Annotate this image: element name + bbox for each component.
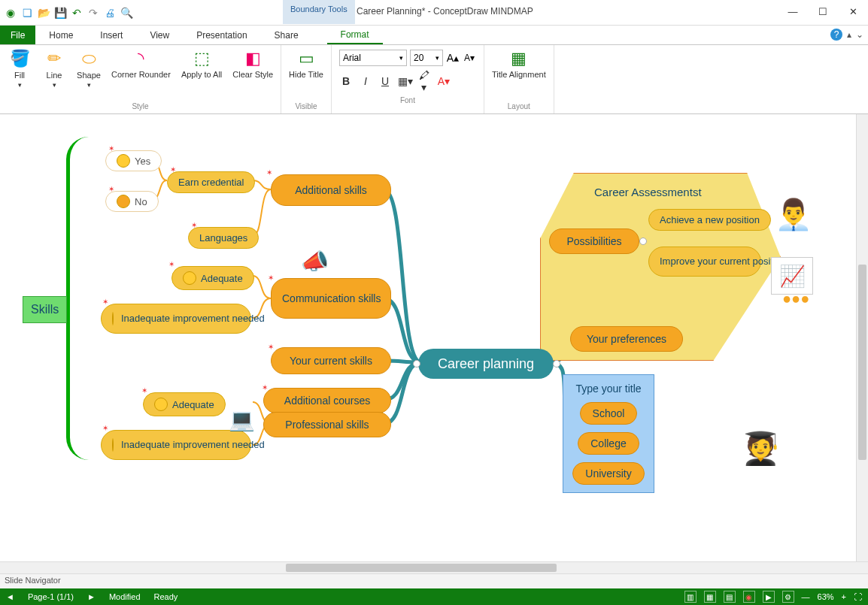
open-icon[interactable]: 📂 (38, 7, 50, 19)
slide-navigator[interactable]: Slide Navigator (0, 573, 868, 588)
status-modified: Modified (109, 592, 141, 601)
sad-face-icon (112, 312, 114, 325)
preview-icon[interactable]: 🔍 (120, 7, 132, 19)
help-icon[interactable]: ? (830, 29, 842, 41)
new-icon[interactable]: ❏ (21, 7, 33, 19)
node-possibilities[interactable]: Possibilities (549, 228, 639, 254)
scrollbar-thumb[interactable] (286, 564, 557, 572)
node-university[interactable]: University (572, 462, 644, 485)
shape-button[interactable]: ⬭Shape▾ (74, 47, 104, 90)
node-additional-skills[interactable]: Additional skills (271, 174, 391, 206)
fill-button[interactable]: 🪣Fill▾ (5, 47, 35, 90)
corner-icon: ◝ (130, 48, 151, 69)
node-professional-skills[interactable]: Professional skills (263, 412, 391, 437)
node-adequate-1[interactable]: Adequate (171, 266, 254, 290)
node-college[interactable]: College (578, 432, 639, 455)
prev-page-icon[interactable]: ◄ (6, 592, 14, 601)
canvas-area: Career Assessmentst Career planning Skil… (0, 114, 868, 561)
node-improve[interactable]: Improve your current position (648, 247, 761, 277)
node-your-current-skills[interactable]: Your current skills (271, 347, 391, 374)
hide-title-icon: ▭ (296, 48, 317, 69)
node-achieve[interactable]: Achieve a new position (648, 209, 771, 231)
view-mode-2-icon[interactable]: ▦ (704, 591, 716, 603)
highlight-button[interactable]: 🖍▾ (417, 69, 431, 93)
tab-file[interactable]: File (0, 26, 35, 44)
education-boundary[interactable]: Type your title School College Universit… (563, 374, 654, 493)
node-communication-skills[interactable]: Communication skills (271, 278, 391, 319)
clear-style-button[interactable]: ◧Clear Style (229, 47, 276, 80)
font-color-button[interactable]: A▾ (437, 75, 451, 87)
shrink-font-icon[interactable]: A▾ (463, 53, 476, 63)
redo-icon[interactable]: ↷ (87, 7, 99, 19)
tab-home[interactable]: Home (35, 26, 86, 44)
title-alignment-button[interactable]: ▦Title Alignment (489, 47, 549, 80)
tab-insert[interactable]: Insert (86, 26, 136, 44)
node-no[interactable]: No (105, 191, 159, 212)
grow-font-icon[interactable]: A▴ (446, 52, 460, 64)
underline-button[interactable]: U (378, 75, 392, 87)
apply-all-button[interactable]: ⬚Apply to All (178, 47, 225, 80)
tab-share[interactable]: Share (261, 26, 312, 44)
alignment-icon: ▦ (508, 48, 530, 69)
bold-button[interactable]: B (339, 75, 353, 87)
growth-chart-clipart: 📈 (771, 257, 813, 295)
clear-icon: ◧ (242, 48, 263, 69)
note-marker: ✶ (191, 221, 197, 229)
tab-view[interactable]: View (136, 26, 183, 44)
hide-title-button[interactable]: ▭Hide Title (286, 47, 326, 80)
tab-format[interactable]: Format (327, 26, 383, 44)
root-connector-right[interactable] (553, 360, 560, 368)
play-icon[interactable]: ▶ (763, 591, 775, 603)
minimize-button[interactable]: — (778, 0, 808, 23)
node-inadequate-1[interactable]: Inadequate improvement needed (101, 304, 251, 334)
ribbon-collapse-icon[interactable]: ▴ (847, 29, 851, 40)
megaphone-icon: 📣 (301, 248, 329, 274)
text-border-button[interactable]: ▦▾ (398, 75, 411, 87)
context-tab-boundary[interactable]: Boundary Tools (283, 0, 355, 24)
node-preferences[interactable]: Your preferences (570, 326, 683, 352)
view-mode-3-icon[interactable]: ▤ (724, 591, 736, 603)
corner-rounder-button[interactable]: ◝Corner Rounder (108, 47, 174, 80)
node-languages[interactable]: Languages (188, 227, 259, 249)
skills-group-box[interactable]: Skills (23, 296, 67, 323)
education-title: Type your title (575, 383, 641, 395)
eye-icon[interactable]: ◉ (743, 591, 755, 603)
ribbon-options-icon[interactable]: ⌄ (856, 29, 863, 40)
line-button[interactable]: ✏Line▾ (39, 47, 69, 90)
window-title: Career Planning* - ConceptDraw MINDMAP (357, 6, 533, 17)
node-adequate-2[interactable]: Adequate (143, 392, 226, 416)
save-icon[interactable]: 💾 (54, 7, 66, 19)
close-button[interactable]: ✕ (838, 0, 868, 23)
node-yes[interactable]: Yes (105, 150, 162, 171)
node-additional-courses[interactable]: Additional courses (263, 388, 391, 413)
node-earn-credential[interactable]: Earn credential (167, 171, 255, 193)
vertical-scrollbar[interactable] (856, 114, 868, 561)
note-marker: ✶ (102, 298, 108, 306)
root-connector-left[interactable] (413, 360, 420, 368)
undo-icon[interactable]: ↶ (71, 7, 83, 19)
shape-icon: ⬭ (78, 48, 99, 69)
gear-icon[interactable]: ⚙ (782, 591, 794, 603)
node-inadequate-2[interactable]: Inadequate improvement needed (101, 430, 251, 460)
font-name-combo[interactable]: Arial▾ (339, 50, 407, 66)
print-icon[interactable]: 🖨 (104, 7, 116, 19)
note-marker: ✶ (266, 168, 272, 177)
zoom-in-icon[interactable]: + (842, 592, 846, 601)
font-size-combo[interactable]: 20▾ (410, 50, 443, 66)
next-page-icon[interactable]: ► (87, 592, 96, 601)
horizontal-scrollbar[interactable] (0, 561, 868, 573)
note-marker: ✶ (268, 274, 274, 282)
view-mode-1-icon[interactable]: ▥ (684, 591, 697, 603)
italic-button[interactable]: I (359, 75, 372, 87)
zoom-out-icon[interactable]: — (802, 592, 810, 601)
possibilities-connector[interactable] (639, 237, 647, 245)
maximize-button[interactable]: ☐ (808, 0, 838, 23)
scrollbar-thumb[interactable] (858, 265, 866, 460)
mindmap-canvas[interactable]: Career Assessmentst Career planning Skil… (0, 114, 868, 561)
root-node[interactable]: Career planning (418, 349, 554, 379)
group-label-layout: Layout (489, 102, 549, 112)
fit-icon[interactable]: ⛶ (854, 592, 862, 601)
node-school[interactable]: School (580, 402, 638, 425)
tab-presentation[interactable]: Presentation (183, 26, 260, 44)
app-icon: ◉ (5, 7, 17, 19)
